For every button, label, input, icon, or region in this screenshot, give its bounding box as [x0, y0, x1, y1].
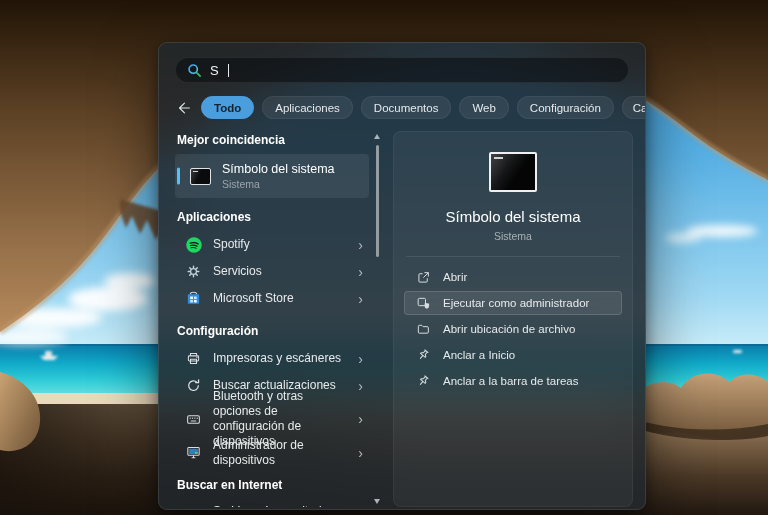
printer-icon	[184, 349, 203, 368]
filter-tabs-bar: Todo Aplicaciones Documentos Web Configu…	[175, 94, 629, 121]
best-match-title: Símbolo del sistema	[222, 162, 335, 176]
action-anclar-a-inicio[interactable]: Anclar a Inicio	[404, 343, 622, 367]
tab-configuracion[interactable]: Configuración	[517, 96, 614, 119]
refresh-update-icon	[184, 376, 203, 395]
services-gear-icon	[184, 262, 203, 281]
search-query-text: S	[210, 63, 219, 78]
chevron-right-icon	[358, 446, 363, 460]
results-body: Mejor coincidencia Símbolo del sistema S…	[175, 131, 633, 507]
spotify-icon	[184, 235, 203, 254]
result-web-search-s[interactable]: S - Ver más resultados de la búsqueda	[175, 499, 369, 507]
result-servicios[interactable]: Servicios	[175, 258, 369, 285]
section-header-best-match: Mejor coincidencia	[177, 133, 369, 147]
result-best-match-simbolo-del-sistema[interactable]: Símbolo del sistema Sistema	[175, 154, 369, 198]
search-input[interactable]: S	[175, 57, 629, 83]
results-list: Mejor coincidencia Símbolo del sistema S…	[175, 131, 383, 507]
device-manager-icon	[184, 443, 203, 462]
section-header-buscar-en-internet: Buscar en Internet	[177, 478, 369, 492]
chevron-right-icon	[358, 412, 363, 426]
run-as-admin-icon	[415, 295, 431, 311]
tab-documentos[interactable]: Documentos	[361, 96, 452, 119]
action-abrir-ubicacion-de-archivo[interactable]: Abrir ubicación de archivo	[404, 317, 622, 341]
command-prompt-icon	[190, 168, 211, 185]
folder-icon	[415, 321, 431, 337]
back-button[interactable]	[175, 99, 193, 117]
devices-icon	[184, 410, 203, 429]
preview-panel: Símbolo del sistema Sistema Abrir	[393, 131, 633, 507]
result-spotify[interactable]: Spotify	[175, 231, 369, 258]
chevron-right-icon	[358, 265, 363, 279]
tab-todo[interactable]: Todo	[201, 96, 254, 119]
chevron-right-icon	[358, 238, 363, 252]
scrollbar-thumb[interactable]	[376, 145, 379, 257]
result-administrador-de-dispositivos[interactable]: Administrador de dispositivos	[175, 439, 369, 466]
tab-carpetas-clipped[interactable]: Car	[622, 96, 646, 119]
action-abrir[interactable]: Abrir	[404, 265, 622, 289]
search-magnifier-icon	[187, 63, 202, 78]
microsoft-store-icon	[184, 289, 203, 308]
result-microsoft-store[interactable]: Microsoft Store	[175, 285, 369, 312]
back-arrow-icon	[176, 100, 192, 116]
preview-title: Símbolo del sistema	[404, 208, 622, 225]
divider	[406, 256, 620, 257]
action-anclar-a-la-barra-de-tareas[interactable]: Anclar a la barra de tareas	[404, 369, 622, 393]
chevron-right-icon	[358, 352, 363, 366]
preview-subtitle: Sistema	[404, 230, 622, 242]
open-icon	[415, 269, 431, 285]
tab-aplicaciones[interactable]: Aplicaciones	[262, 96, 353, 119]
chevron-right-icon	[358, 292, 363, 306]
desktop: S Todo Aplicaciones Documentos Web Confi…	[0, 0, 768, 515]
results-scrollbar[interactable]	[373, 131, 382, 507]
section-header-aplicaciones: Aplicaciones	[177, 210, 369, 224]
scroll-up-arrow-icon[interactable]	[374, 134, 380, 139]
search-flyout-window: S Todo Aplicaciones Documentos Web Confi…	[158, 42, 646, 510]
result-impresoras-y-escaneres[interactable]: Impresoras y escáneres	[175, 345, 369, 372]
tab-web[interactable]: Web	[459, 96, 508, 119]
scroll-down-arrow-icon[interactable]	[374, 499, 380, 504]
action-ejecutar-como-administrador[interactable]: Ejecutar como administrador	[404, 291, 622, 315]
text-caret	[228, 64, 229, 77]
chevron-right-icon	[358, 379, 363, 393]
result-bluetooth-y-dispositivos[interactable]: Bluetooth y otras opciones de configurac…	[175, 399, 369, 439]
command-prompt-icon	[489, 152, 537, 192]
pin-icon	[415, 373, 431, 389]
pin-icon	[415, 347, 431, 363]
section-header-configuracion: Configuración	[177, 324, 369, 338]
best-match-subtitle: Sistema	[222, 178, 335, 190]
